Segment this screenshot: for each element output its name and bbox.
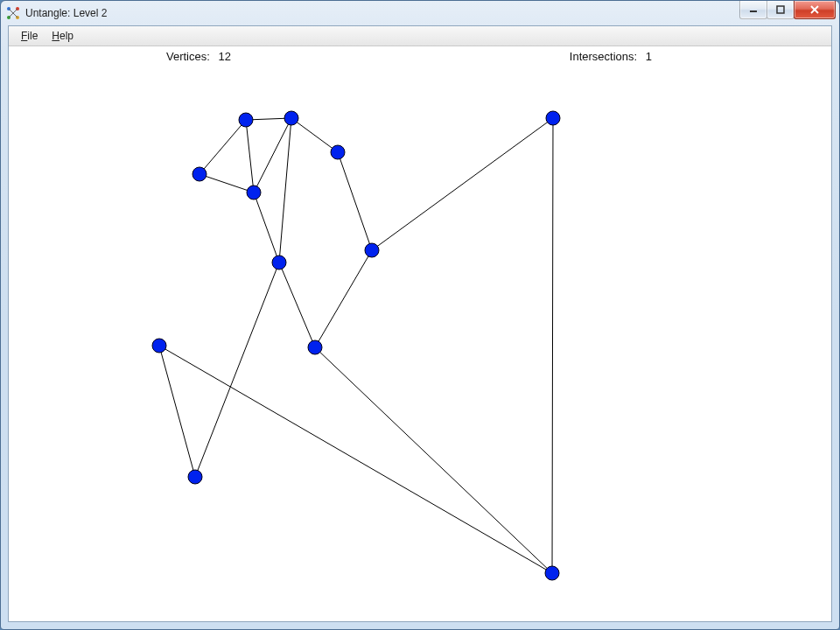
close-icon xyxy=(809,5,820,14)
maximize-icon xyxy=(776,5,785,14)
svg-rect-7 xyxy=(777,6,784,13)
graph-vertex[interactable] xyxy=(272,256,286,270)
window-controls xyxy=(740,1,836,19)
maximize-button[interactable] xyxy=(766,1,794,19)
menu-file-label: File xyxy=(21,30,38,42)
intersections-value: 1 xyxy=(646,50,652,63)
vertices-info: Vertices: 12 xyxy=(166,50,231,63)
graph-canvas[interactable] xyxy=(9,66,831,621)
graph-vertex[interactable] xyxy=(308,340,322,354)
graph-vertex[interactable] xyxy=(239,113,253,127)
minimize-button[interactable] xyxy=(739,1,767,19)
graph-vertex[interactable] xyxy=(545,566,559,580)
window-title: Untangle: Level 2 xyxy=(25,7,107,19)
graph-edge xyxy=(315,250,372,347)
graph-edge xyxy=(200,120,246,174)
minimize-icon xyxy=(749,5,758,14)
vertices-label: Vertices: xyxy=(166,50,210,63)
graph-vertex[interactable] xyxy=(188,470,202,484)
graph-edge xyxy=(372,118,553,250)
graph-vertex[interactable] xyxy=(331,145,345,159)
client-area: File Help Vertices: 12 Intersections: 1 xyxy=(8,25,832,622)
svg-rect-6 xyxy=(750,10,757,12)
graph-edge xyxy=(279,118,291,262)
vertices-value: 12 xyxy=(218,50,230,63)
graph-vertex[interactable] xyxy=(365,243,379,257)
graph-vertex[interactable] xyxy=(247,186,261,200)
intersections-label: Intersections: xyxy=(570,50,637,63)
intersections-info: Intersections: 1 xyxy=(570,50,652,63)
graph-svg[interactable] xyxy=(9,66,831,621)
graph-edge xyxy=(552,118,553,573)
graph-edge xyxy=(159,346,552,573)
graph-edge xyxy=(195,262,279,477)
graph-edge xyxy=(246,120,254,192)
app-icon xyxy=(6,6,20,20)
graph-edge xyxy=(159,346,195,477)
graph-edge xyxy=(279,262,315,347)
window-frame: Untangle: Level 2 Fil xyxy=(0,0,840,630)
menu-file[interactable]: File xyxy=(14,28,45,44)
graph-edge xyxy=(315,347,552,573)
graph-edge xyxy=(291,118,338,152)
graph-vertex[interactable] xyxy=(152,339,166,353)
menu-help[interactable]: Help xyxy=(45,28,80,44)
info-row: Vertices: 12 Intersections: 1 xyxy=(9,46,831,67)
graph-vertex[interactable] xyxy=(192,167,206,181)
menubar: File Help xyxy=(9,26,831,46)
graph-vertex[interactable] xyxy=(284,111,298,125)
graph-vertex[interactable] xyxy=(546,111,560,125)
menu-help-label: Help xyxy=(52,30,74,42)
graph-edge xyxy=(200,174,254,192)
titlebar[interactable]: Untangle: Level 2 xyxy=(1,1,839,25)
close-button[interactable] xyxy=(794,1,836,19)
graph-edge xyxy=(254,192,279,262)
graph-edge xyxy=(338,152,372,250)
